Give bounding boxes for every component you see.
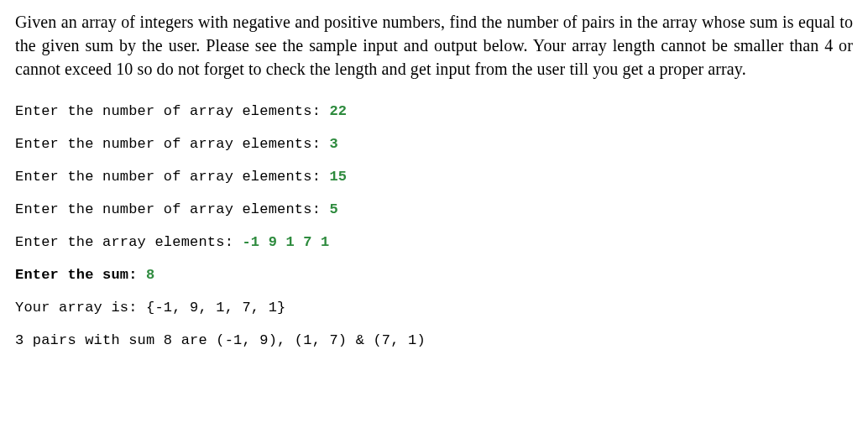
user-input: -1 9 1 7 1 (242, 234, 329, 250)
terminal-line-5: Enter the array elements: -1 9 1 7 1 (15, 235, 853, 249)
terminal-line-6: Enter the sum: 8 (15, 268, 853, 282)
problem-description: Given an array of integers with negative… (15, 10, 853, 81)
terminal-line-3: Enter the number of array elements: 15 (15, 170, 853, 184)
terminal-line-2: Enter the number of array elements: 3 (15, 137, 853, 151)
prompt-text-bold: Enter the sum: (15, 267, 138, 283)
user-input: 8 (146, 267, 154, 283)
user-input: 5 (329, 201, 337, 217)
user-input: 15 (329, 169, 347, 185)
prompt-text: Enter the number of array elements: (15, 201, 329, 217)
prompt-text: Enter the number of array elements: (15, 169, 329, 185)
terminal-output-2: 3 pairs with sum 8 are (-1, 9), (1, 7) &… (15, 333, 853, 347)
terminal-line-4: Enter the number of array elements: 5 (15, 202, 853, 217)
prompt-text: Enter the array elements: (15, 234, 242, 250)
user-input: 22 (329, 103, 347, 119)
prompt-text: Enter the number of array elements: (15, 103, 329, 119)
terminal-output-1: Your array is: {-1, 9, 1, 7, 1} (15, 300, 853, 315)
terminal-line-1: Enter the number of array elements: 22 (15, 104, 853, 118)
prompt-space (138, 267, 146, 283)
user-input: 3 (329, 136, 337, 152)
prompt-text: Enter the number of array elements: (15, 136, 329, 152)
